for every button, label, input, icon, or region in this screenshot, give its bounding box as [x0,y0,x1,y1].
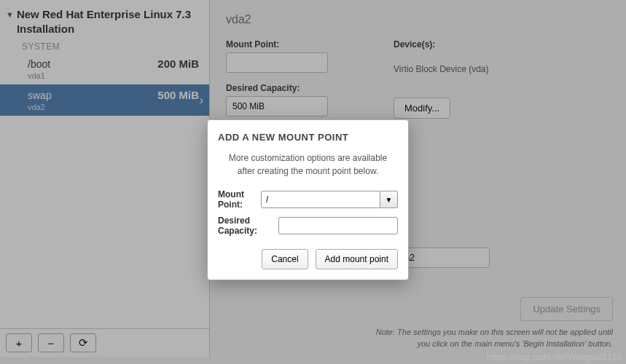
dialog-description: More customization options are available… [218,151,398,189]
mount-point-dropdown-button[interactable]: ▼ [380,191,398,208]
dialog-capacity-label: Desired Capacity: [218,215,274,236]
add-mount-point-button[interactable]: Add mount point [316,249,398,269]
watermark: https://blog.csdn.net/Wangtuo1115 [487,352,622,363]
dialog-capacity-input[interactable] [278,217,398,234]
dialog-mount-point-input[interactable] [261,191,380,208]
add-mount-point-dialog: ADD A NEW MOUNT POINT More customization… [207,119,409,280]
dialog-title: ADD A NEW MOUNT POINT [218,132,398,143]
cancel-button[interactable]: Cancel [262,249,308,269]
chevron-down-icon: ▼ [386,196,393,204]
dialog-mount-point-label: Mount Point: [218,189,257,210]
